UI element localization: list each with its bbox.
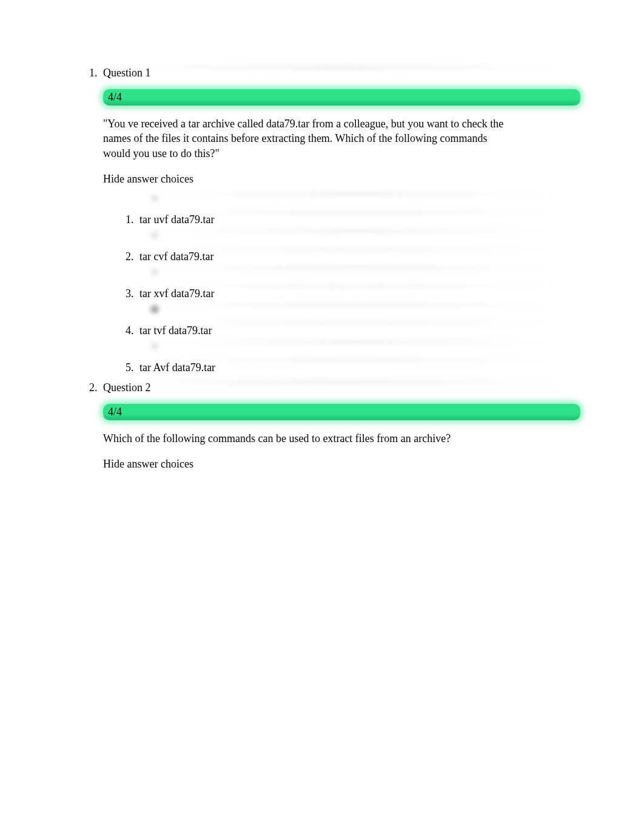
answer-choice-text: tar xvf data79.tar — [139, 287, 583, 300]
score-bar: 4/4 — [103, 404, 580, 420]
question-prompt: "You ve received a tar archive called da… — [103, 116, 509, 161]
radio-unchecked-icon — [149, 267, 160, 278]
answer-choices-list: tar uvf data79.tar tar cvf data79.tar ta… — [103, 193, 583, 374]
answer-choice-5[interactable]: tar Avf data79.tar — [136, 341, 583, 374]
question-item-1: Question 1 4/4 "You ve received a tar ar… — [100, 67, 583, 374]
score-bar: 4/4 — [103, 89, 580, 106]
answer-choice-3[interactable]: tar xvf data79.tar — [136, 267, 583, 300]
answer-choice-text: tar cvf data79.tar — [139, 250, 583, 263]
question-title: Question 2 — [103, 381, 583, 394]
radio-unchecked-icon — [149, 230, 160, 241]
hide-answer-choices-toggle[interactable]: Hide answer choices — [103, 458, 583, 471]
hide-answer-choices-toggle[interactable]: Hide answer choices — [103, 173, 583, 186]
question-item-2: Question 2 4/4 Which of the following co… — [100, 381, 583, 471]
answer-choice-4[interactable]: tar tvf data79.tar — [136, 304, 583, 337]
answer-choice-1[interactable]: tar uvf data79.tar — [136, 193, 583, 226]
answer-choice-text: tar uvf data79.tar — [139, 213, 583, 226]
question-list: Question 1 4/4 "You ve received a tar ar… — [61, 67, 583, 471]
answer-choice-2[interactable]: tar cvf data79.tar — [136, 230, 583, 263]
question-title: Question 1 — [103, 67, 583, 79]
question-prompt: Which of the following commands can be u… — [103, 431, 509, 446]
answer-choice-text: tar Avf data79.tar — [139, 361, 583, 374]
radio-unchecked-icon — [149, 341, 160, 352]
radio-checked-icon — [149, 304, 160, 315]
answer-choice-text: tar tvf data79.tar — [139, 324, 583, 337]
radio-unchecked-icon — [149, 193, 160, 204]
